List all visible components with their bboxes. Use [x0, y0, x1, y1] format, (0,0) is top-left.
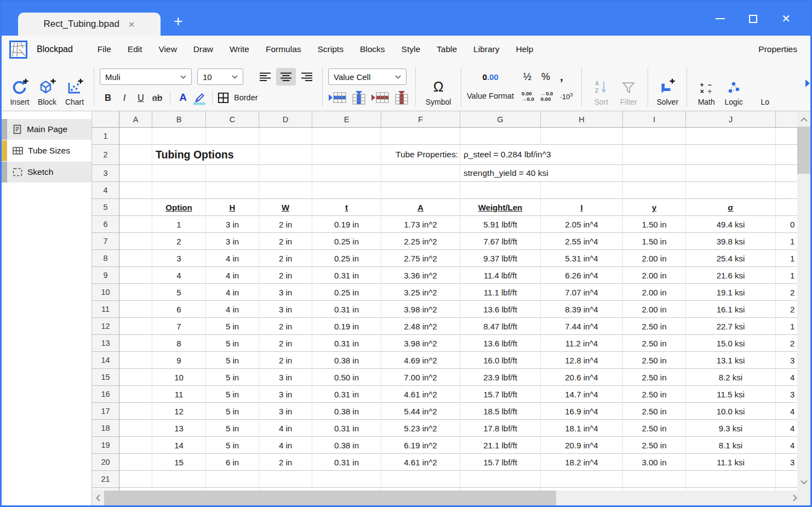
- table-header-I[interactable]: I: [541, 199, 623, 216]
- cell[interactable]: [119, 471, 152, 488]
- row-header-11[interactable]: 11: [92, 301, 119, 318]
- menu-formulas[interactable]: Formulas: [266, 44, 301, 54]
- cell[interactable]: 0.38 in: [312, 437, 381, 454]
- cell[interactable]: [623, 182, 686, 199]
- menu-help[interactable]: Help: [516, 44, 533, 54]
- menu-write[interactable]: Write: [230, 44, 249, 54]
- cell[interactable]: [623, 471, 686, 488]
- cell[interactable]: 5.23 in^2: [381, 420, 460, 437]
- sheet-title[interactable]: Tubing Options: [152, 145, 259, 165]
- row-header-2[interactable]: 2: [92, 145, 119, 165]
- cell-clipped[interactable]: 4: [776, 403, 797, 420]
- row-header-12[interactable]: 12: [92, 318, 119, 335]
- delete-column-icon[interactable]: [393, 90, 410, 105]
- row-header-8[interactable]: 8: [92, 250, 119, 267]
- cell[interactable]: [312, 182, 381, 199]
- underline-button[interactable]: U: [133, 89, 149, 106]
- italic-button[interactable]: I: [116, 89, 133, 106]
- cell[interactable]: 0.31 in: [312, 454, 381, 471]
- cell[interactable]: [460, 128, 541, 145]
- cell[interactable]: [776, 199, 797, 216]
- cell[interactable]: 15: [152, 454, 206, 471]
- fraction-button[interactable]: ½: [523, 71, 531, 83]
- cell[interactable]: [152, 182, 206, 199]
- cell[interactable]: 0.25 in: [312, 284, 381, 301]
- sidebar-item-sketch[interactable]: Sketch: [2, 162, 92, 183]
- cell[interactable]: 0.50 in: [312, 369, 381, 386]
- cell[interactable]: 5 in: [206, 437, 259, 454]
- cell[interactable]: [312, 128, 381, 145]
- row-header-16[interactable]: 16: [92, 386, 119, 403]
- cell[interactable]: 3.36 in^2: [381, 267, 460, 284]
- cell[interactable]: 2: [152, 233, 206, 250]
- cell[interactable]: 11.1 lbf/ft: [460, 284, 541, 301]
- new-tab-button[interactable]: +: [174, 14, 182, 29]
- table-header-Option[interactable]: Option: [152, 199, 206, 216]
- cell[interactable]: 7.07 in^4: [541, 284, 623, 301]
- cell[interactable]: 8: [152, 335, 206, 352]
- cell[interactable]: 5: [152, 284, 206, 301]
- cell[interactable]: 9.3 ksi: [686, 420, 776, 437]
- cell[interactable]: [259, 128, 312, 145]
- cell[interactable]: 5 in: [206, 403, 259, 420]
- cell[interactable]: 2.05 in^4: [541, 216, 623, 233]
- cell-clipped[interactable]: 4: [776, 420, 797, 437]
- cell[interactable]: 0.31 in: [312, 335, 381, 352]
- vertical-scroll-thumb[interactable]: [797, 127, 810, 174]
- menu-blockpad[interactable]: Blockpad: [37, 44, 73, 54]
- cell[interactable]: 1.50 in: [623, 216, 686, 233]
- cell[interactable]: 12.8 in^4: [541, 352, 623, 369]
- column-header-A[interactable]: A: [119, 111, 152, 128]
- cell[interactable]: 20.6 in^4: [541, 369, 623, 386]
- cell[interactable]: [119, 335, 152, 352]
- cell[interactable]: 1.73 in^2: [381, 216, 460, 233]
- cell-clipped[interactable]: 0: [776, 216, 797, 233]
- cell[interactable]: [119, 145, 152, 165]
- cell[interactable]: 21.1 lbf/ft: [460, 437, 541, 454]
- cell[interactable]: [119, 284, 152, 301]
- table-header-A[interactable]: A: [381, 199, 460, 216]
- cell[interactable]: [776, 471, 797, 488]
- cell[interactable]: [119, 182, 152, 199]
- column-header-D[interactable]: D: [259, 111, 312, 128]
- cell[interactable]: 4 in: [259, 437, 312, 454]
- cell[interactable]: 6.26 in^4: [541, 267, 623, 284]
- cell-clipped[interactable]: 2: [776, 301, 797, 318]
- block-button[interactable]: Block: [33, 63, 61, 111]
- property-yield[interactable]: strength_yield = 40 ksi: [460, 165, 623, 182]
- cell[interactable]: [206, 182, 259, 199]
- cell[interactable]: [541, 182, 623, 199]
- cell[interactable]: 2.50 in: [623, 386, 686, 403]
- cell[interactable]: 5 in: [206, 352, 259, 369]
- cell[interactable]: 5 in: [206, 386, 259, 403]
- bold-button[interactable]: B: [100, 89, 116, 106]
- cell[interactable]: [119, 420, 152, 437]
- cell[interactable]: [776, 128, 797, 145]
- align-center-button[interactable]: [276, 68, 296, 86]
- cell[interactable]: 7: [152, 318, 206, 335]
- cell[interactable]: 5 in: [206, 335, 259, 352]
- cell[interactable]: 4 in: [206, 250, 259, 267]
- cell[interactable]: 4 in: [259, 420, 312, 437]
- column-header-clipped[interactable]: [776, 111, 797, 128]
- cell[interactable]: 0.19 in: [312, 216, 381, 233]
- delete-row-icon[interactable]: [371, 90, 390, 105]
- row-header-21[interactable]: 21: [92, 471, 119, 488]
- cell[interactable]: 7.67 lbf/ft: [460, 233, 541, 250]
- cell[interactable]: 5.44 in^2: [381, 403, 460, 420]
- cell[interactable]: [119, 128, 152, 145]
- cell[interactable]: 2.00 in: [623, 267, 686, 284]
- cell[interactable]: 3 in: [259, 301, 312, 318]
- border-button[interactable]: Border: [217, 92, 258, 104]
- scroll-up-icon[interactable]: [797, 112, 810, 127]
- cell[interactable]: 13.1 ksi: [686, 352, 776, 369]
- solver-button[interactable]: Solver: [654, 63, 681, 111]
- cell[interactable]: 2.25 in^2: [381, 233, 460, 250]
- font-size-select[interactable]: 10: [197, 69, 243, 85]
- row-header-14[interactable]: 14: [92, 352, 119, 369]
- cell[interactable]: 5 in: [206, 369, 259, 386]
- cell[interactable]: 3 in: [259, 369, 312, 386]
- cell[interactable]: 2.50 in: [623, 335, 686, 352]
- cell[interactable]: 14.7 in^4: [541, 386, 623, 403]
- maximize-button[interactable]: [749, 15, 757, 23]
